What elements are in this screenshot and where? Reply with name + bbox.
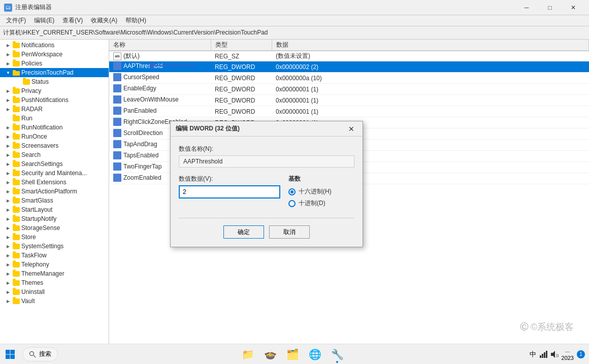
- dialog-buttons: 确定 取消: [179, 225, 354, 239]
- dialog-value-left: 数值数据(V):: [179, 175, 280, 198]
- clock-time: ...: [562, 347, 574, 354]
- dialog-value-section: 数值数据(V): 基数 十六进制(H) 十进制(D): [179, 175, 354, 211]
- radio-dec-circle: [288, 200, 296, 207]
- taskbar-search[interactable]: 搜索: [22, 347, 58, 361]
- svg-rect-7: [11, 354, 15, 359]
- taskbar-app-edge[interactable]: 🌐: [305, 344, 325, 365]
- volume-icon[interactable]: )): [550, 350, 559, 358]
- taskbar-app-food[interactable]: 🍲: [260, 344, 280, 365]
- food-icon: 🍲: [264, 348, 277, 360]
- taskbar: 搜索 📁 🍲 🗂️ 🌐 🔧 中 )): [0, 344, 589, 364]
- notification-count: 1: [579, 351, 582, 357]
- radio-hex-circle: [288, 188, 296, 195]
- edit-dword-dialog: 编辑 DWORD (32 位值) ✕ 数值名称(N): AAPThreshold…: [170, 121, 363, 247]
- network-icon[interactable]: [539, 350, 547, 358]
- clock-year: 2023: [562, 354, 574, 361]
- dialog-name-value: AAPThreshold: [179, 155, 354, 168]
- start-button[interactable]: [0, 344, 20, 365]
- svg-rect-10: [540, 355, 541, 358]
- dialog-value-label: 数值数据(V):: [179, 175, 280, 183]
- notification-badge[interactable]: 1: [577, 350, 585, 358]
- svg-rect-13: [546, 351, 547, 358]
- svg-line-9: [34, 355, 36, 357]
- edge-icon: 🌐: [309, 348, 321, 360]
- radio-dec-label: 十进制(D): [299, 199, 325, 208]
- taskbar-clock[interactable]: ... 2023: [562, 347, 574, 361]
- dialog-name-label: 数值名称(N):: [179, 145, 354, 153]
- dialog-title-bar: 编辑 DWORD (32 位值) ✕: [171, 121, 363, 137]
- dialog-close-button[interactable]: ✕: [345, 123, 357, 135]
- dialog-confirm-button[interactable]: 确定: [223, 225, 264, 239]
- svg-point-8: [30, 351, 34, 355]
- taskbar-search-label: 搜索: [39, 350, 51, 358]
- svg-marker-14: [551, 351, 555, 358]
- dialog-base-title: 基数: [288, 175, 354, 183]
- windows-icon: [5, 349, 15, 359]
- active-dot: [336, 361, 338, 363]
- dialog-title: 编辑 DWORD (32 位值): [176, 124, 345, 133]
- dialog-value-input[interactable]: [179, 185, 280, 198]
- svg-rect-12: [544, 352, 545, 358]
- taskbar-app-fileexplorer[interactable]: 📁: [238, 344, 258, 365]
- radio-dec[interactable]: 十进制(D): [288, 199, 354, 208]
- taskbar-app-filemgr[interactable]: 🗂️: [282, 344, 303, 365]
- regedit-icon: 🔧: [331, 348, 344, 360]
- svg-rect-5: [11, 350, 15, 354]
- svg-rect-4: [6, 350, 10, 354]
- dialog-body: 数值名称(N): AAPThreshold 数值数据(V): 基数 十六进制(H…: [171, 137, 363, 247]
- radio-hex-label: 十六进制(H): [299, 187, 332, 196]
- search-icon: [29, 351, 36, 358]
- taskbar-apps: 📁 🍲 🗂️ 🌐 🔧: [60, 344, 526, 365]
- svg-rect-6: [6, 354, 10, 359]
- dialog-cancel-button[interactable]: 取消: [269, 225, 310, 239]
- filemgr-icon: 🗂️: [286, 348, 299, 360]
- fileexplorer-icon: 📁: [242, 348, 254, 360]
- ime-indicator[interactable]: 中: [530, 350, 536, 359]
- radio-hex[interactable]: 十六进制(H): [288, 187, 354, 196]
- modal-overlay: 编辑 DWORD (32 位值) ✕ 数值名称(N): AAPThreshold…: [0, 0, 589, 364]
- taskbar-right: 中 )) ... 2023 1: [526, 347, 589, 361]
- svg-rect-11: [542, 354, 543, 358]
- taskbar-app-regedit[interactable]: 🔧: [327, 344, 347, 365]
- svg-text:)): )): [556, 353, 559, 357]
- dialog-divider: [179, 218, 354, 218]
- dialog-base-section: 基数 十六进制(H) 十进制(D): [288, 175, 354, 211]
